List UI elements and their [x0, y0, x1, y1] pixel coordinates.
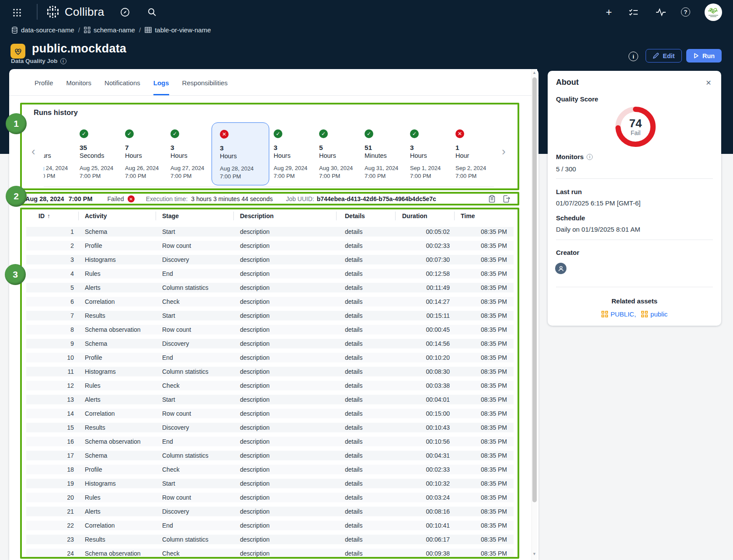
cell-id: 4	[26, 269, 78, 278]
column-header-duration[interactable]: Duration	[395, 211, 454, 221]
related-asset-link[interactable]: public	[641, 310, 667, 318]
related-asset-link[interactable]: PUBLIC,	[601, 310, 636, 318]
column-header-time[interactable]: Time	[454, 211, 514, 221]
cell-activity: Correlation	[78, 297, 156, 306]
table-row[interactable]: 21 Alerts Discovery description details …	[26, 504, 514, 518]
table-row[interactable]: 15 Results Discovery description details…	[26, 421, 514, 435]
run-detail-date: Aug 28, 2024	[25, 195, 64, 202]
table-row[interactable]: 4 Rules End description details 00:12:58…	[26, 267, 514, 281]
run-card[interactable]: 1 Hour Sep 2, 2024 7:00 PM	[451, 122, 497, 185]
activity-pulse-icon[interactable]	[656, 7, 666, 17]
cell-activity: Schema observation	[78, 325, 156, 334]
run-card[interactable]: 7 Hours Aug 26, 2024 7:00 PM	[121, 122, 166, 185]
table-row[interactable]: 12 Rules Check description details 00:03…	[26, 379, 514, 393]
tab-profile[interactable]: Profile	[35, 70, 53, 95]
monitors-info-icon[interactable]	[587, 154, 593, 160]
table-row[interactable]: 20 Rules Row count description details 0…	[26, 490, 514, 504]
subtitle-info-icon[interactable]	[60, 58, 66, 64]
main-scrollbar-thumb[interactable]	[532, 77, 537, 502]
cell-stage: Discovery	[156, 423, 233, 432]
cell-activity: Correlation	[78, 521, 156, 530]
table-row[interactable]: 17 Schema Column statistics description …	[26, 449, 514, 463]
run-card[interactable]: 3 Hours Sep 1, 2024 7:00 PM	[406, 122, 451, 185]
related-asset-name: PUBLIC,	[611, 310, 636, 318]
run-card[interactable]: 3 Hours Aug 27, 2024 7:00 PM	[166, 122, 212, 185]
tab-monitors[interactable]: Monitors	[66, 70, 92, 95]
avatar-caption-line	[710, 16, 716, 17]
cell-time: 08:35 PM	[454, 311, 514, 320]
tab-responsibilities[interactable]: Responsibilities	[182, 70, 228, 95]
table-row[interactable]: 24 Schema observation Check description …	[26, 546, 514, 560]
collibra-logo[interactable]: Collibra	[45, 4, 104, 19]
cell-details: details	[336, 311, 395, 320]
run-duration-unit: Minutes	[365, 152, 406, 159]
cell-activity: Alerts	[78, 283, 156, 292]
cell-id: 17	[26, 451, 78, 460]
creator-avatar[interactable]	[555, 263, 566, 274]
create-plus-icon[interactable]	[604, 7, 614, 18]
compass-icon[interactable]	[120, 7, 130, 17]
runs-scroll-right-icon[interactable]: ›	[502, 147, 506, 156]
cell-stage: Check	[156, 297, 233, 306]
breadcrumb-schema[interactable]: schema-name	[84, 26, 135, 34]
scrollbar-up-arrow[interactable]	[532, 70, 536, 75]
tasks-checklist-icon[interactable]	[629, 7, 639, 17]
table-row[interactable]: 23 Results Column statistics description…	[26, 532, 514, 546]
table-row[interactable]: 14 Correlation Row count description det…	[26, 407, 514, 421]
breadcrumb-data-source[interactable]: data-source-name	[11, 26, 74, 34]
column-header-description[interactable]: Description	[233, 211, 336, 221]
cell-description: description	[233, 451, 336, 460]
column-header-details[interactable]: Details	[336, 211, 395, 221]
help-icon[interactable]	[681, 7, 690, 17]
table-row[interactable]: 8 Schema observation Row count descripti…	[26, 323, 514, 337]
table-row[interactable]: 9 Schema Discovery description details 0…	[26, 337, 514, 351]
table-row[interactable]: 11 Histograms Column statistics descript…	[26, 365, 514, 379]
table-row[interactable]: 13 Alerts Start description details 00:0…	[26, 393, 514, 407]
table-row[interactable]: 18 Profile Check description details 00:…	[26, 463, 514, 477]
column-header-id[interactable]: ID	[26, 211, 78, 221]
column-header-stage[interactable]: Stage	[156, 211, 233, 221]
tab-notifications[interactable]: Notifications	[104, 70, 140, 95]
table-row[interactable]: 16 Schema observation End description de…	[26, 435, 514, 449]
table-row[interactable]: 2 Profile Row count description details …	[26, 239, 514, 253]
tab-logs[interactable]: Logs	[153, 70, 169, 95]
runs-track: Hours Aug 24, 2024 7:00 PM 35 Seconds Au…	[44, 122, 498, 185]
copy-clipboard-icon[interactable]	[488, 195, 496, 203]
run-card[interactable]: 3 Hours Aug 29, 2024 7:00 PM	[269, 122, 315, 185]
run-button[interactable]: Run	[686, 49, 722, 63]
table-row[interactable]: 7 Results Start description details 00:1…	[26, 309, 514, 323]
monitors-label-row: Monitors	[556, 153, 593, 160]
table-row[interactable]: 5 Alerts Column statistics description d…	[26, 281, 514, 295]
last-run-label: Last run	[556, 188, 582, 195]
export-log-icon[interactable]	[503, 195, 511, 203]
user-avatar[interactable]	[705, 3, 722, 21]
run-card[interactable]: 35 Seconds Aug 25, 2024 7:00 PM	[75, 122, 121, 185]
search-icon[interactable]	[147, 7, 156, 17]
run-card[interactable]: 51 Minutes Aug 31, 2024 7:00 PM	[360, 122, 406, 185]
panel-divider	[556, 240, 713, 240]
about-panel: About Quality Score 74 Fail Monitors 5 /…	[548, 71, 721, 326]
cell-stage: Discovery	[156, 255, 233, 264]
table-row[interactable]: 22 Correlation End description details 0…	[26, 518, 514, 532]
table-row[interactable]: 1 Schema Start description details 00:05…	[26, 225, 514, 239]
table-row[interactable]: 19 Histograms Start description details …	[26, 477, 514, 490]
edit-button[interactable]: Edit	[646, 49, 682, 63]
runs-scroll-left-icon[interactable]: ‹	[31, 147, 35, 156]
run-time: 7:00 PM	[44, 173, 75, 179]
run-card[interactable]: 3 Hours Aug 28, 2024 7:00 PM	[212, 122, 269, 185]
cell-id: 18	[26, 465, 78, 474]
table-row[interactable]: 6 Correlation Check description details …	[26, 295, 514, 309]
run-card[interactable]: Hours Aug 24, 2024 7:00 PM	[44, 122, 75, 185]
run-date: Aug 28, 2024	[220, 165, 269, 172]
cell-description: description	[233, 409, 336, 418]
close-icon[interactable]	[704, 78, 713, 87]
table-row[interactable]: 10 Profile End description details 00:10…	[26, 351, 514, 365]
breadcrumb-table[interactable]: table-or-view-name	[145, 26, 211, 34]
app-launcher-icon[interactable]	[12, 8, 22, 17]
table-row[interactable]: 3 Histograms Discovery description detai…	[26, 253, 514, 267]
scrollbar-down-arrow[interactable]	[532, 552, 536, 556]
annotation-circle-1: 1	[6, 113, 27, 134]
column-header-activity[interactable]: Activity	[78, 211, 156, 221]
header-info-icon[interactable]	[629, 52, 638, 61]
run-card[interactable]: 5 Hours Aug 30, 2024 7:00 PM	[315, 122, 360, 185]
